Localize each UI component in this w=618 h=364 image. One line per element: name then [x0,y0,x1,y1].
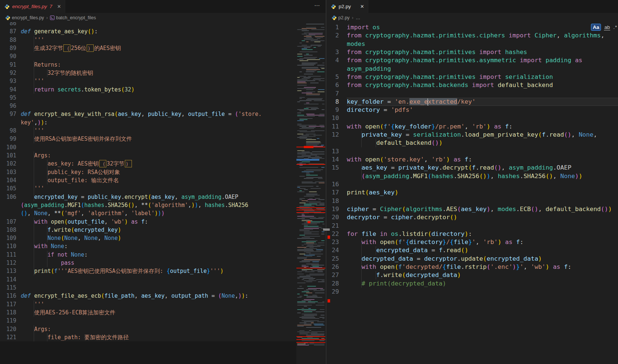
breadcrumb-symbol[interactable]: batch_encrypt_files [50,15,96,20]
code-line[interactable]: 96 [0,102,296,110]
code-line[interactable]: 21 [326,222,618,230]
breadcrumb-file[interactable]: encrypt_files.py [5,15,44,20]
code-line[interactable]: 25 decrypted_data = decryptor.update(enc… [326,255,618,263]
code-line[interactable]: 23 with open(f'{directory}/{file}', 'rb'… [326,238,618,246]
code-line[interactable]: 98 ''' [0,127,296,135]
code-line[interactable]: (), None, **('mgf', 'algorithm', 'label'… [0,209,296,217]
line-number: 95 [0,94,21,102]
code-line[interactable]: default_backend()) [326,139,618,147]
tab-close-icon[interactable]: ✕ [360,4,364,9]
code-line[interactable]: 103 public_key: RSA公钥对象 [0,168,296,176]
code-line[interactable]: 3from cryptography.hazmat.primitives imp… [326,48,618,56]
code-line[interactable]: 116def encrypt_file_aes_ecb(file_path, a… [0,292,296,300]
line-number: 4 [326,56,347,64]
code-line[interactable]: 94 return secrets.token_bytes(32) [0,86,296,94]
line-number: 101 [0,151,21,160]
code-line[interactable]: 114 [0,275,296,284]
line-number: 104 [0,176,21,184]
code-line[interactable]: 13 [326,147,618,156]
whole-word-toggle[interactable]: ab [604,24,610,30]
code-line[interactable]: 9directory = 'pdfs' [326,106,618,114]
find-option-toggles: Aa ab .* [591,24,617,31]
code-line[interactable]: 92 32字节的随机密钥 [0,69,296,77]
code-line[interactable]: 90 [0,52,296,60]
code-line[interactable]: asym_padding [326,65,618,73]
line-number: 105 [0,184,21,193]
line-number: 13 [326,147,347,156]
code-line[interactable]: 115 [0,284,296,292]
code-line[interactable]: 93 ''' [0,77,296,85]
code-line[interactable]: 10 [326,114,618,122]
line-number: 118 [0,308,21,317]
code-editor-right[interactable]: 1import os2from cryptography.hazmat.prim… [326,22,618,364]
code-line[interactable]: 121 file_path: 要加密的文件路径 [0,333,296,341]
code-line[interactable]: 97def encrypt_aes_key_with_rsa(aes_key, … [0,110,296,118]
editor-actions-more-icon[interactable]: ⋯ [314,2,320,9]
code-line[interactable]: 109 None(None, None, None) [0,234,296,242]
code-line[interactable]: 14with open('store.key', 'rb') as f: [326,156,618,164]
code-editor-left[interactable]: 8687def generate_aes_key():88 '''89 生成32… [0,22,296,364]
code-line[interactable]: 6from cryptography.hazmat.backends impor… [326,81,618,89]
code-line[interactable]: 108 f.write(encrypted_key) [0,226,296,234]
tab-p2[interactable]: p2.py ✕ [326,0,368,13]
code-line[interactable]: 112 pass [0,259,296,267]
code-line[interactable]: 113 print(f'''AES密钥已使用RSA公钥加密并保存到: {outp… [0,267,296,275]
line-number: 24 [326,246,347,254]
code-line[interactable]: 104 output_file: 输出文件名 [0,176,296,184]
code-line[interactable]: 118 使用AES-256-ECB算法加密文件 [0,308,296,317]
code-line[interactable]: (asym_padding.MGF1(hashes.SHA256()), has… [326,172,618,180]
breadcrumb-file[interactable]: p2.py [332,15,350,20]
code-line[interactable]: 105 ''' [0,184,296,193]
code-line[interactable]: 20decryptor = cipher.decryptor() [326,213,618,221]
code-line[interactable]: key',)): [0,118,296,127]
code-line[interactable]: 91 Returns: [0,61,296,69]
code-line[interactable]: 100 [0,143,296,151]
regex-toggle[interactable]: .* [613,24,617,30]
code-line[interactable]: 1import os [326,23,618,31]
code-line[interactable]: 117 ''' [0,300,296,308]
code-line[interactable]: 119 [0,317,296,325]
code-line[interactable]: 26 with open(f'decrypted/{file.rstrip('.… [326,263,618,271]
minimap[interactable] [296,22,325,364]
code-line[interactable]: 110 with None: [0,242,296,250]
code-line[interactable]: 11with open(f'{key_folder}/pr.pem', 'rb'… [326,123,618,131]
code-line[interactable]: 107 with open(output_file, 'wb') as f: [0,218,296,226]
code-line[interactable]: 12 private_key = serialization.load_pem_… [326,131,618,139]
code-line[interactable]: 95 [0,94,296,102]
code-line[interactable]: 27 f.write(decrypted_data) [326,271,618,279]
code-line[interactable]: 106 encrypted_key = public_key.encrypt(a… [0,193,296,201]
code-line[interactable]: 29 [326,288,618,296]
code-line[interactable]: 24 encrypted_data = f.read() [326,246,618,254]
code-line[interactable]: 16 [326,180,618,188]
code-line[interactable]: 15 aes_key = private_key.decrypt(f.read(… [326,164,618,172]
tab-close-icon[interactable]: ✕ [57,4,61,9]
tab-encrypt-files[interactable]: encrypt_files.py 7 ✕ [0,0,65,13]
line-number [0,209,21,217]
code-line[interactable]: 8key_folder = 'en.exe_extracted/key' [326,98,618,106]
code-line[interactable]: 111 if not None: [0,251,296,259]
code-line[interactable]: 17print(aes_key) [326,188,618,197]
code-line[interactable]: modes [326,40,618,48]
code-line[interactable]: 2from cryptography.hazmat.primitives.cip… [326,31,618,40]
code-line[interactable]: (asym_padding.MGF1(hashes.SHA256(), **('… [0,201,296,209]
code-line[interactable]: 28 # print(decrypted_data) [326,280,618,288]
code-line[interactable]: 99 使用RSA公钥加密AES密钥并保存到文件 [0,135,296,143]
match-case-toggle[interactable]: Aa [591,24,601,31]
code-line[interactable]: 18 [326,197,618,205]
code-line[interactable]: 120 Args: [0,325,296,333]
code-line[interactable]: 19cipher = Cipher(algorithms.AES(aes_key… [326,205,618,213]
code-line[interactable]: 86 [0,22,296,27]
code-line[interactable]: 7 [326,90,618,98]
code-line[interactable]: 5from cryptography.hazmat.primitives imp… [326,73,618,81]
code-line[interactable]: 4from cryptography.hazmat.primitives.asy… [326,56,618,64]
code-line[interactable]: 102 aes_key: AES密钥（32字节） [0,160,296,168]
code-line[interactable]: 88 ''' [0,36,296,44]
overview-cursor-mark [323,228,330,231]
code-line[interactable]: 22for file in os.listdir(directory): [326,230,618,238]
breadcrumb-ellipsis[interactable]: … [356,15,360,20]
code-line[interactable]: 89 生成32字节（256位）的AES密钥 [0,44,296,52]
code-line[interactable]: 87def generate_aes_key(): [0,27,296,36]
code-line[interactable]: 101 Args: [0,151,296,160]
tabbar-right: p2.py ✕ [326,0,618,13]
line-number [0,201,21,209]
